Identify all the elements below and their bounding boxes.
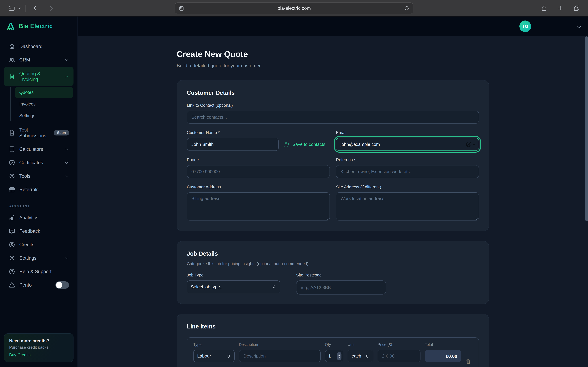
home-icon [9, 43, 15, 50]
page-title: Create New Quote [177, 50, 489, 59]
site-postcode-label: Site Postcode [296, 273, 386, 277]
job-type-label: Job Type [187, 273, 280, 277]
sidebar-item-label: CRM [19, 57, 30, 63]
stepper-arrows-icon[interactable] [337, 352, 341, 360]
resize-handle-icon [325, 217, 329, 220]
job-details-subtitle: Categorize this job for pricing insights… [187, 261, 479, 266]
item-type-select[interactable]: Labour [193, 350, 234, 362]
sidebar-item-referrals[interactable]: Referrals [4, 183, 73, 196]
select-chevrons-icon [365, 354, 369, 358]
delete-item-button[interactable] [465, 359, 473, 365]
share-icon[interactable] [541, 5, 547, 11]
select-chevrons-icon [227, 354, 231, 358]
badge-check-icon [9, 159, 15, 166]
sidebar-item-certificates[interactable]: Certificates [4, 156, 73, 169]
soon-badge: Soon [54, 130, 69, 135]
buy-credits-link[interactable]: Buy Credits [9, 353, 68, 357]
help-circle-icon [9, 268, 15, 275]
user-menu-chevron-icon[interactable] [576, 24, 582, 30]
total-column-header: Total [425, 342, 461, 347]
reference-input[interactable] [336, 165, 479, 178]
page-content: Create New Quote Build a detailed quote … [78, 36, 588, 367]
address-bar[interactable]: bia-electric.com [174, 2, 414, 14]
quoting-submenu: Quotes Invoices Settings [10, 87, 73, 121]
gift-icon [9, 186, 15, 193]
new-tab-icon[interactable] [557, 5, 563, 11]
sidebar-item-settings[interactable]: Settings [4, 251, 73, 265]
save-to-contacts-link[interactable]: Save to contacts [284, 141, 325, 147]
email-input[interactable] [336, 138, 479, 151]
site-address-label: Site Address (if different) [336, 185, 479, 189]
customer-name-input[interactable] [187, 138, 279, 151]
site-address-textarea[interactable] [336, 192, 479, 220]
avatar[interactable]: TG [519, 20, 531, 32]
sidebar-item-pento[interactable]: Pento [4, 278, 73, 292]
customer-address-label: Customer Address [187, 185, 330, 189]
brand-logo-icon [6, 22, 15, 31]
sidebar-item-dashboard[interactable]: Dashboard [4, 40, 73, 53]
chevron-down-icon [64, 58, 69, 62]
resize-handle-icon [474, 217, 478, 220]
credits-subtitle: Purchase credit packs [9, 345, 68, 350]
sidebar-item-test-submissions[interactable]: Test Submissions Soon [4, 123, 73, 142]
sidebar-item-label: Analytics [19, 215, 38, 220]
pento-toggle[interactable] [55, 281, 69, 289]
item-unit-select[interactable]: each [348, 350, 373, 362]
sidebar-nav: Dashboard CRM [0, 36, 78, 367]
scrollbar-thumb[interactable] [585, 36, 588, 221]
job-type-select[interactable]: Select job type... [187, 280, 280, 293]
back-icon[interactable] [32, 5, 39, 11]
item-price-input[interactable] [378, 350, 421, 362]
users-icon [9, 57, 15, 63]
reload-icon[interactable] [404, 6, 409, 11]
user-plus-icon [284, 141, 290, 147]
dollar-circle-icon [9, 241, 15, 248]
credits-upsell-card: Need more credits? Purchase credit packs… [4, 333, 73, 362]
sidebar-item-analytics[interactable]: Analytics [4, 211, 73, 225]
chevron-down-icon [64, 147, 69, 151]
sidebar-item-label: Dashboard [19, 44, 43, 49]
customer-address-textarea[interactable] [187, 192, 330, 220]
sidebar-item-tools[interactable]: Tools [4, 169, 73, 183]
qty-column-header: Qty [325, 342, 343, 347]
search-contacts-input[interactable] [187, 111, 479, 124]
sidebar-item-quoting-invoicing[interactable]: Quoting & Invoicing [4, 67, 73, 86]
site-postcode-input[interactable] [296, 280, 386, 294]
tab-overview-icon[interactable] [573, 5, 580, 11]
contact-autofill-icon[interactable] [466, 141, 476, 148]
submenu-item-quotes[interactable]: Quotes [15, 87, 73, 98]
main-area: TG Create New Quote Build a detailed quo… [78, 17, 588, 367]
sidebar-item-label: Certificates [19, 160, 43, 166]
line-items-card: Line Items Type Labour [177, 314, 489, 367]
sidebar-item-label: Settings [19, 255, 36, 261]
customer-name-label: Customer Name * [187, 130, 330, 135]
sidebar-item-crm[interactable]: CRM [4, 53, 73, 67]
submenu-item-invoices[interactable]: Invoices [15, 99, 73, 109]
sidebar-toggle-icon[interactable] [8, 4, 15, 12]
item-description-input[interactable] [239, 350, 321, 362]
sidebar-item-credits[interactable]: Credits [4, 238, 73, 251]
item-qty-stepper[interactable]: 1 [325, 350, 343, 362]
page-format-icon[interactable] [179, 5, 184, 11]
submenu-item-settings[interactable]: Settings [15, 110, 73, 121]
sidebar-menu-chevron-icon[interactable] [17, 6, 21, 10]
submenu-item-label: Invoices [19, 101, 35, 106]
price-column-header: Price (£) [378, 342, 421, 347]
sidebar-item-feedback[interactable]: Feedback [4, 225, 73, 238]
sidebar-item-label: Help & Support [19, 269, 52, 274]
page-head: Create New Quote Build a detailed quote … [177, 50, 489, 68]
unit-column-header: Unit [348, 342, 373, 347]
sidebar-item-calculators[interactable]: Calculators [4, 142, 73, 156]
submenu-item-label: Settings [19, 113, 35, 118]
sidebar-item-label: Credits [19, 242, 34, 247]
sidebar-item-label: Referrals [19, 187, 39, 192]
file-text-icon [9, 73, 15, 80]
sidebar-item-label: Tools [19, 173, 30, 179]
top-header: TG [78, 17, 588, 36]
forward-icon[interactable] [48, 5, 54, 11]
toggle-knob [56, 282, 62, 288]
reference-label: Reference [336, 158, 479, 162]
phone-input[interactable] [187, 165, 330, 178]
sidebar-item-help-support[interactable]: Help & Support [4, 265, 73, 278]
brand[interactable]: Bia Electric [0, 17, 78, 36]
